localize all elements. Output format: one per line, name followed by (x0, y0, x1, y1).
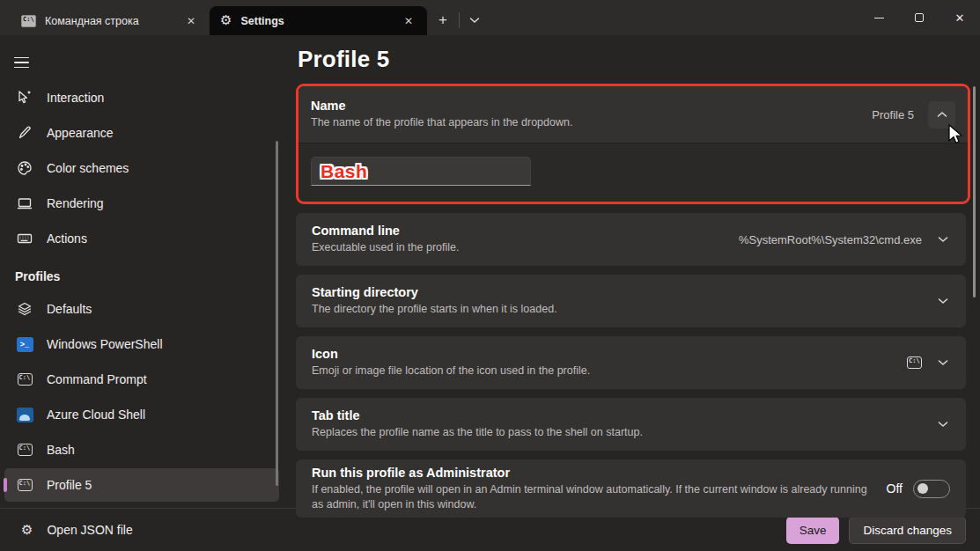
icon-setting[interactable]: Icon Emoji or image file location of the… (296, 336, 966, 389)
close-button[interactable]: ✕ (939, 0, 980, 35)
sidebar-item-rendering[interactable]: Rendering (4, 187, 279, 220)
tab-settings[interactable]: ⚙ Settings ✕ (210, 6, 427, 35)
sidebar-item-label: Actions (47, 231, 87, 246)
sidebar-item-interaction[interactable]: Interaction (4, 81, 279, 114)
sidebar-item-profile-5[interactable]: C:\ Profile 5 (4, 468, 279, 502)
setting-description: Executable used in the profile. (312, 240, 739, 255)
profile-name-input[interactable]: Bash (311, 157, 531, 186)
window-controls: ✕ (858, 0, 980, 35)
save-button[interactable]: Save (786, 517, 840, 544)
keyboard-icon (15, 230, 34, 247)
setting-value: Profile 5 (872, 108, 914, 121)
palette-icon (15, 159, 34, 177)
pen-icon (15, 124, 34, 142)
setting-description: If enabled, the profile will open in an … (312, 482, 868, 512)
minimize-button[interactable] (858, 0, 899, 35)
setting-description: The name of the profile that appears in … (311, 115, 872, 130)
setting-name: Command line (312, 224, 739, 238)
close-tab-icon[interactable]: ✕ (181, 11, 201, 31)
admin-toggle-switch[interactable] (913, 480, 950, 498)
toggle-state-label: Off (887, 481, 903, 496)
cmd-icon: C:\ (21, 15, 36, 27)
sidebar-item-label: Windows PowerShell (47, 337, 163, 351)
terminal-icon: C:\ (15, 373, 34, 386)
sidebar-item-actions[interactable]: Actions (4, 222, 279, 255)
sidebar-item-label: Command Prompt (47, 372, 147, 386)
page-title: Profile 5 (298, 46, 964, 73)
titlebar: C:\ Командная строка ✕ ⚙ Settings ✕ + ✕ (0, 0, 980, 35)
windows-terminal-settings-window: C:\ Командная строка ✕ ⚙ Settings ✕ + ✕ (0, 0, 980, 551)
setting-value-icon: C:\ (907, 356, 922, 369)
setting-description: The directory the profile starts in when… (312, 302, 936, 317)
expand-button[interactable] (936, 236, 950, 243)
sidebar-item-command-prompt[interactable]: C:\ Command Prompt (4, 363, 279, 396)
new-tab-button[interactable]: + (427, 7, 459, 33)
chevron-down-icon (938, 236, 948, 243)
expand-button[interactable] (936, 298, 950, 305)
sidebar-item-label: Bash (47, 443, 75, 457)
name-setting-highlight: Name The name of the profile that appear… (296, 84, 970, 204)
setting-name: Tab title (312, 408, 936, 422)
sidebar-item-label: Rendering (47, 196, 104, 210)
sidebar-item-bash[interactable]: C:\ Bash (4, 433, 279, 467)
profile-name-input-value: Bash (321, 161, 367, 182)
chevron-down-icon (469, 17, 480, 24)
toggle-knob (917, 483, 928, 494)
sidebar-scrollbar[interactable] (276, 141, 278, 486)
tab-strip: C:\ Командная строка ✕ ⚙ Settings ✕ + (0, 0, 490, 35)
mouse-cursor (947, 124, 965, 145)
sidebar-item-color-schemes[interactable]: Color schemes (4, 151, 279, 185)
command-line-setting[interactable]: Command line Executable used in the prof… (296, 213, 966, 266)
powershell-icon: >_ (15, 337, 34, 352)
maximize-icon (915, 13, 924, 22)
plus-icon: + (438, 11, 447, 29)
gear-icon: ⚙ (220, 14, 232, 27)
azure-cloud-icon (15, 408, 34, 422)
chevron-down-icon (938, 359, 948, 366)
monitor-icon (15, 195, 34, 212)
terminal-icon: C:\ (15, 479, 34, 491)
settings-sidebar: Interaction Appearance Color schemes Ren… (0, 35, 284, 508)
hamburger-menu-button[interactable] (7, 49, 37, 76)
sidebar-item-azure-cloud-shell[interactable]: Azure Cloud Shell (4, 398, 279, 431)
close-tab-icon[interactable]: ✕ (399, 11, 418, 31)
chevron-down-icon (938, 421, 948, 428)
sidebar-item-label: Interaction (47, 91, 104, 105)
profiles-section-header: Profiles (0, 257, 284, 290)
chevron-up-icon (937, 111, 947, 118)
setting-name: Icon (312, 347, 907, 361)
discard-changes-button[interactable]: Discard changes (849, 517, 966, 544)
tab-command-prompt[interactable]: C:\ Командная строка ✕ (11, 6, 210, 35)
tab-dropdown-button[interactable] (460, 7, 490, 33)
setting-name: Starting directory (312, 285, 936, 299)
tab-label: Командная строка (45, 15, 173, 27)
open-json-label: Open JSON file (47, 523, 132, 537)
setting-name: Run this profile as Administrator (312, 466, 887, 480)
expand-button[interactable] (936, 359, 950, 366)
cursor-interaction-icon (15, 89, 34, 107)
name-setting-body: Bash (298, 143, 968, 202)
setting-name: Name (311, 99, 872, 113)
sidebar-item-label: Defaults (47, 302, 92, 316)
expand-button[interactable] (936, 421, 950, 428)
settings-content: Profile 5 Name The name of the profile t… (284, 35, 980, 508)
sidebar-item-label: Profile 5 (47, 478, 92, 492)
layers-icon (15, 300, 34, 318)
tab-title-setting[interactable]: Tab title Replaces the profile name as t… (296, 398, 966, 451)
main-scrollbar[interactable] (973, 86, 976, 298)
setting-description: Emoji or image file location of the icon… (312, 364, 907, 378)
sidebar-item-defaults[interactable]: Defaults (4, 292, 279, 326)
name-setting-header[interactable]: Name The name of the profile that appear… (298, 86, 968, 143)
tab-label: Settings (240, 15, 390, 27)
maximize-button[interactable] (899, 0, 939, 35)
starting-directory-setting[interactable]: Starting directory The directory the pro… (296, 275, 966, 327)
terminal-icon: C:\ (15, 444, 34, 456)
close-icon: ✕ (955, 12, 965, 24)
sidebar-item-appearance[interactable]: Appearance (4, 116, 279, 150)
sidebar-item-label: Appearance (47, 126, 114, 140)
terminal-icon: C:\ (907, 356, 922, 369)
sidebar-item-label: Azure Cloud Shell (47, 408, 145, 422)
sidebar-item-windows-powershell[interactable]: >_ Windows PowerShell (4, 327, 279, 361)
setting-value: %SystemRoot%\System32\cmd.exe (739, 233, 922, 246)
open-json-file-button[interactable]: ⚙ Open JSON file (14, 523, 133, 537)
